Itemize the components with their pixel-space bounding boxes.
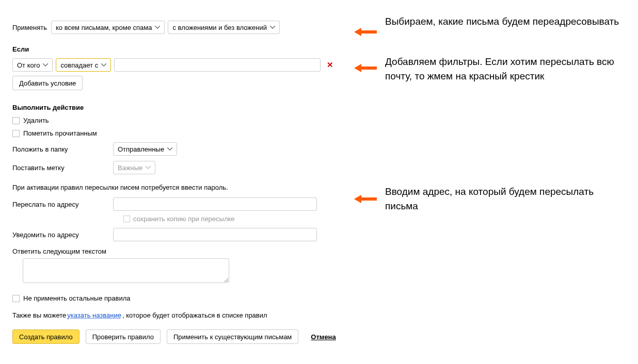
action-markread-row: Пометить прочитанным [12, 129, 638, 137]
notify-to-row: Уведомить по адресу [12, 228, 638, 241]
annotation-1: Выбираем, какие письма будем переадресов… [385, 14, 623, 29]
chevron-down-icon [43, 63, 48, 67]
action-delete-row: Удалить [12, 117, 638, 124]
create-rule-button[interactable]: Создать правило [12, 329, 79, 344]
apply-label: Применять [12, 24, 47, 31]
forward-to-label: Переслать по адресу [12, 201, 79, 208]
apply-scope-dropdown[interactable]: ко всем письмам, кроме спама [51, 21, 165, 34]
forward-to-input[interactable] [113, 197, 317, 211]
also-text-post: , которое будет отображаться в списке пр… [122, 311, 267, 319]
condition-match-value: совпадает с [60, 61, 98, 69]
action-movefolder-label: Положить в папку [12, 145, 68, 153]
action-movefolder-row: Положить в папку Отправленные [12, 142, 638, 156]
remove-condition-icon[interactable]: ✕ [327, 60, 333, 70]
condition-field-value: От кого [17, 61, 40, 69]
reply-with-row: Ответить следующим текстом [12, 246, 638, 255]
arrow-left-icon [354, 28, 377, 36]
label-dropdown[interactable]: Важные [113, 161, 155, 174]
cancel-link[interactable]: Отмена [311, 333, 336, 341]
reply-with-textarea[interactable] [23, 258, 229, 283]
skip-other-row: Не применять остальные правила [12, 294, 638, 302]
condition-value-input[interactable] [114, 58, 321, 72]
action-markread-checkbox[interactable] [12, 130, 20, 137]
skip-other-checkbox[interactable] [12, 295, 20, 302]
footer-buttons: Создать правило Проверить правило Примен… [12, 329, 638, 344]
apply-attachments-value: с вложениями и без вложений [172, 24, 267, 31]
svg-marker-2 [354, 195, 377, 203]
chevron-down-icon [270, 26, 275, 29]
actions-title: Выполнить действие [12, 104, 638, 111]
skip-other-label: Не применять остальные правила [23, 294, 130, 302]
arrow-left-icon [354, 195, 377, 203]
condition-match-dropdown[interactable]: совпадает с [56, 58, 111, 72]
chevron-down-icon [167, 147, 172, 151]
svg-marker-1 [354, 64, 377, 72]
action-markread-label: Пометить прочитанным [23, 129, 97, 137]
condition-field-dropdown[interactable]: От кого [12, 58, 53, 72]
annotation-2: Добавляем фильтры. Если хотим пересылать… [385, 55, 623, 83]
chevron-down-icon [155, 26, 160, 29]
apply-scope-value: ко всем письмам, кроме спама [56, 24, 152, 31]
notify-to-input[interactable] [113, 228, 317, 241]
chevron-down-icon [101, 63, 106, 67]
also-text-pre: Также вы можете [12, 311, 66, 319]
folder-dropdown[interactable]: Отправленные [113, 142, 177, 156]
chevron-down-icon [146, 166, 151, 169]
annotation-3: Вводим адрес, на который будем пересылат… [385, 185, 623, 213]
add-condition-button[interactable]: Добавить условие [12, 76, 83, 90]
check-rule-button[interactable]: Проверить правило [86, 329, 161, 344]
label-value: Важные [118, 164, 142, 172]
save-copy-checkbox[interactable] [123, 216, 130, 222]
reply-with-label: Ответить следующим текстом [12, 247, 106, 255]
folder-value: Отправленные [118, 145, 164, 153]
apply-attachments-dropdown[interactable]: с вложениями и без вложений [168, 21, 280, 34]
arrow-left-icon [354, 64, 377, 72]
also-name-row: Также вы можете указать название , котор… [12, 311, 638, 319]
save-copy-row: сохранить копию при пересылке [123, 215, 638, 223]
if-title: Если [12, 45, 638, 53]
save-copy-label: сохранить копию при пересылке [133, 215, 235, 223]
notify-to-label: Уведомить по адресу [12, 231, 79, 239]
action-setlabel-label: Поставить метку [12, 164, 65, 172]
specify-name-link[interactable]: указать название [67, 311, 121, 319]
action-delete-label: Удалить [23, 117, 49, 124]
action-setlabel-row: Поставить метку Важные [12, 161, 638, 174]
action-delete-checkbox[interactable] [12, 117, 20, 124]
svg-marker-0 [354, 28, 377, 36]
apply-existing-button[interactable]: Применить к существующим письмам [167, 329, 298, 344]
